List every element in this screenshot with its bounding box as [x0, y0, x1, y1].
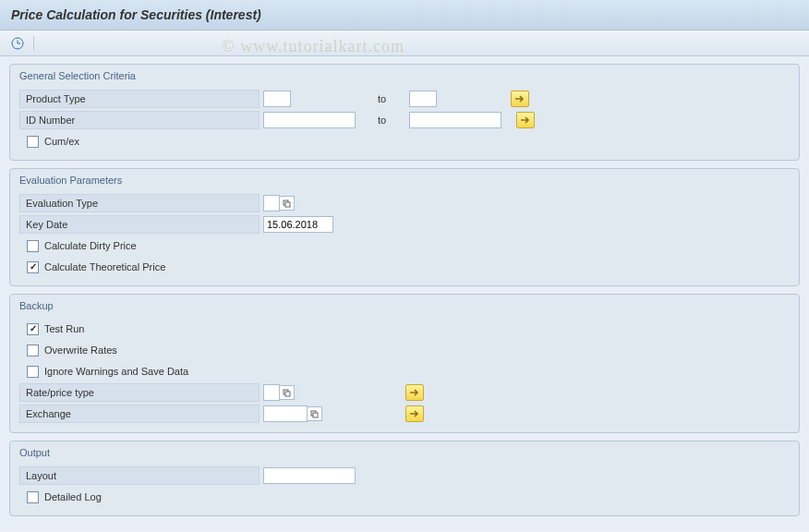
group-title-backup: Backup [19, 298, 790, 313]
row-calc-theo: Calculate Theoretical Price [19, 257, 790, 277]
toolbar [0, 30, 809, 56]
overwrite-container: Overwrite Rates [19, 341, 260, 359]
group-evaluation-parameters: Evaluation Parameters Evaluation Type Ke… [9, 168, 800, 286]
id-number-to-input[interactable] [409, 112, 501, 128]
label-detailed-log: Detailed Log [44, 491, 102, 502]
row-cum-ex: Cum/ex [19, 131, 790, 151]
row-exchange: Exchange [19, 404, 790, 424]
svg-rect-6 [285, 392, 290, 396]
toolbar-separator [33, 36, 34, 51]
product-type-to-input[interactable] [409, 91, 437, 107]
label-rate-price: Rate/price type [19, 383, 260, 402]
label-calc-theo: Calculate Theoretical Price [44, 261, 165, 272]
id-number-from-input[interactable] [263, 112, 356, 128]
label-layout: Layout [19, 466, 260, 485]
svg-rect-4 [285, 202, 290, 207]
label-key-date: Key Date [19, 215, 260, 234]
calc-theo-checkbox[interactable] [27, 261, 39, 273]
row-overwrite: Overwrite Rates [19, 340, 790, 360]
layout-input[interactable] [263, 467, 356, 484]
cum-ex-checkbox[interactable] [27, 136, 39, 148]
label-product-type: Product Type [19, 90, 260, 108]
search-help-icon [310, 410, 319, 418]
row-test-run: Test Run [19, 319, 790, 339]
evaluation-type-search-help[interactable] [280, 196, 295, 211]
label-overwrite: Overwrite Rates [44, 345, 117, 356]
group-general-selection: General Selection Criteria Product Type … [9, 64, 800, 161]
row-key-date: Key Date [19, 214, 790, 235]
arrow-right-icon [520, 115, 531, 125]
id-number-multi-button[interactable] [516, 112, 535, 128]
ignore-container: Ignore Warnings and Save Data [19, 362, 260, 381]
search-help-icon [283, 200, 291, 208]
calc-dirty-container: Calculate Dirty Price [19, 236, 260, 255]
label-evaluation-type: Evaluation Type [19, 194, 260, 212]
row-product-type: Product Type to [19, 89, 790, 109]
label-exchange: Exchange [19, 405, 260, 423]
row-ignore-warnings: Ignore Warnings and Save Data [19, 361, 790, 381]
arrow-right-icon [409, 388, 420, 397]
label-cum-ex: Cum/ex [44, 136, 79, 147]
content-area: General Selection Criteria Product Type … [0, 56, 809, 531]
row-evaluation-type: Evaluation Type [19, 193, 790, 213]
row-calc-dirty: Calculate Dirty Price [19, 236, 790, 256]
group-title-general: General Selection Criteria [19, 68, 790, 83]
group-title-output: Output [19, 445, 790, 460]
row-detailed-log: Detailed Log [19, 487, 790, 507]
group-output: Output Layout Detailed Log [9, 441, 800, 516]
svg-rect-8 [313, 413, 318, 417]
detailed-log-checkbox[interactable] [27, 491, 39, 503]
exchange-input[interactable] [263, 405, 308, 422]
cum-ex-container: Cum/ex [19, 132, 260, 151]
detailed-log-container: Detailed Log [19, 488, 260, 506]
calc-dirty-checkbox[interactable] [27, 240, 39, 252]
arrow-right-icon [409, 409, 420, 418]
test-run-container: Test Run [19, 320, 260, 338]
label-ignore: Ignore Warnings and Save Data [44, 366, 188, 377]
rate-price-multi-button[interactable] [405, 384, 424, 401]
to-label-product-type: to [295, 93, 405, 104]
arrow-right-icon [514, 94, 525, 103]
label-test-run: Test Run [44, 323, 84, 334]
row-id-number: ID Number to [19, 110, 790, 130]
search-help-icon [283, 389, 291, 397]
row-rate-price-type: Rate/price type [19, 382, 790, 403]
clock-execute-icon [11, 37, 24, 50]
key-date-input[interactable] [263, 216, 333, 233]
group-backup: Backup Test Run Overwrite Rates Ignore W… [9, 294, 800, 433]
execute-button[interactable] [7, 34, 28, 53]
page-title: Price Calculation for Securities (Intere… [0, 0, 809, 30]
group-title-evaluation: Evaluation Parameters [19, 173, 790, 187]
calc-theo-container: Calculate Theoretical Price [19, 258, 260, 276]
rate-price-search-help[interactable] [280, 385, 295, 400]
label-id-number: ID Number [19, 111, 260, 129]
exchange-search-help[interactable] [308, 406, 322, 421]
overwrite-checkbox[interactable] [27, 345, 39, 357]
product-type-multi-button[interactable] [511, 91, 529, 107]
test-run-checkbox[interactable] [27, 323, 39, 335]
evaluation-type-input[interactable] [263, 195, 280, 212]
label-calc-dirty: Calculate Dirty Price [44, 240, 137, 251]
product-type-from-input[interactable] [263, 91, 291, 107]
exchange-multi-button[interactable] [405, 405, 424, 422]
rate-price-input[interactable] [263, 384, 280, 401]
row-layout: Layout [19, 466, 790, 486]
ignore-checkbox[interactable] [27, 366, 39, 378]
to-label-id-number: to [359, 115, 405, 126]
